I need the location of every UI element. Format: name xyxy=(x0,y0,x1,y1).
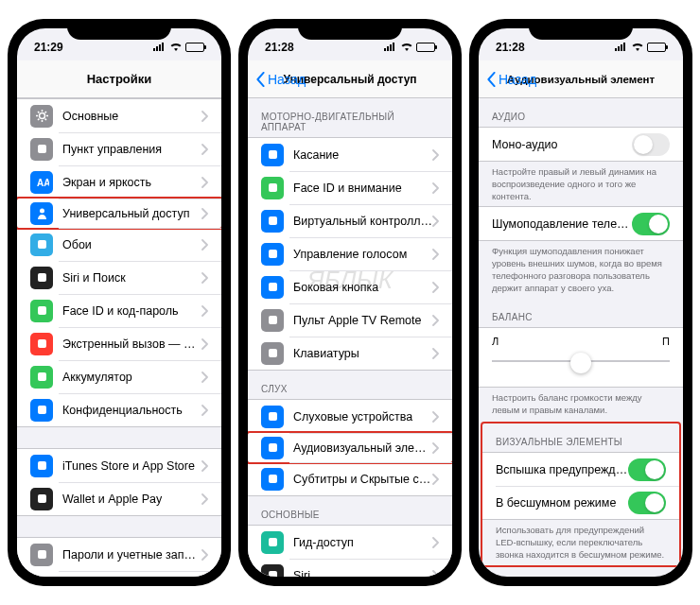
time: 21:29 xyxy=(34,41,63,54)
silent-mode-label: В бесшумном режиме xyxy=(496,496,628,510)
row-label: Универсальный доступ xyxy=(62,207,201,220)
balance-slider[interactable] xyxy=(492,347,670,375)
row-label: Управление голосом xyxy=(293,248,432,261)
svg-rect-5 xyxy=(38,145,46,153)
row-label: Слуховые устройства xyxy=(293,410,432,424)
svg-rect-2 xyxy=(159,44,161,51)
settings-row[interactable]: Клавиатуры xyxy=(248,337,452,370)
notch xyxy=(67,19,171,40)
wifi-icon xyxy=(631,41,644,54)
battery-icon xyxy=(185,43,204,52)
svg-rect-16 xyxy=(38,550,46,559)
settings-row[interactable]: Face ID и код-пароль xyxy=(17,294,221,327)
section-header: ОСНОВНЫЕ xyxy=(248,496,452,525)
cursor-icon xyxy=(261,210,284,233)
navbar: Назад Аудиовизуальный элемент xyxy=(479,60,683,98)
settings-row[interactable]: Почта xyxy=(17,571,221,577)
back-button[interactable]: Назад xyxy=(486,72,536,87)
signal-icon xyxy=(153,41,166,54)
settings-list[interactable]: ОсновныеПункт управленияAAЭкран и яркост… xyxy=(17,98,221,577)
svg-rect-34 xyxy=(269,538,277,546)
time: 21:28 xyxy=(496,41,525,54)
back-button[interactable]: Назад xyxy=(255,72,306,87)
guide-icon xyxy=(261,531,284,554)
svg-rect-22 xyxy=(390,44,392,51)
page-title: Настройки xyxy=(17,72,221,86)
silent-mode-row[interactable]: В бесшумном режиме xyxy=(482,486,679,519)
settings-row[interactable]: Виртуальный контроллер xyxy=(248,204,452,237)
touch-icon xyxy=(261,144,284,166)
settings-row[interactable]: Siri и Поиск xyxy=(17,261,221,294)
settings-row[interactable]: Аккумулятор xyxy=(17,360,221,393)
settings-row[interactable]: Управление голосом xyxy=(248,237,452,270)
accessibility-list[interactable]: МОТОРНО-ДВИГАТЕЛЬНЫЙ АППАРАТКасаниеFace … xyxy=(248,98,452,577)
keyboard-icon xyxy=(261,342,284,365)
settings-row[interactable]: Касание xyxy=(248,138,452,171)
svg-rect-15 xyxy=(38,494,46,503)
settings-row[interactable]: Пульт Apple TV Remote xyxy=(248,303,452,337)
siri-icon xyxy=(30,267,53,289)
phone-accessibility: ЯБЛЫК 21:28 Назад Универсальный доступ М… xyxy=(238,19,462,586)
svg-rect-24 xyxy=(269,150,277,159)
settings-row[interactable]: Пункт управления xyxy=(17,132,221,165)
chevron-icon xyxy=(432,348,439,359)
settings-row[interactable]: Face ID и внимание xyxy=(248,171,452,204)
mono-audio-row[interactable]: Моно-аудио xyxy=(479,128,683,161)
svg-rect-35 xyxy=(269,571,277,577)
noise-cancel-toggle[interactable] xyxy=(632,213,670,235)
chevron-icon xyxy=(432,411,439,423)
audiovisual-list[interactable]: АУДИО Моно-аудио Настройте правый и левы… xyxy=(479,98,683,577)
settings-row[interactable]: Субтитры и Скрытые субти xyxy=(248,462,452,495)
settings-row[interactable]: iTunes Store и App Store xyxy=(17,449,221,482)
flash-alerts-row[interactable]: Вспышка предупреждений xyxy=(482,453,679,486)
row-label: Аккумулятор xyxy=(62,371,201,384)
mail-icon xyxy=(30,577,53,578)
row-label: Конфиденциальность xyxy=(62,404,201,417)
balance-header: БАЛАНС xyxy=(479,299,683,327)
section-header: СЛУХ xyxy=(248,371,452,399)
mono-audio-label: Моно-аудио xyxy=(492,138,632,151)
row-label: Face ID и код-пароль xyxy=(62,304,201,318)
settings-row[interactable]: Обои xyxy=(17,228,221,261)
settings-row[interactable]: Универсальный доступ xyxy=(17,197,221,230)
visual-header: ВИЗУАЛЬНЫЕ ЭЛЕМЕНТЫ xyxy=(482,424,679,452)
navbar: Назад Универсальный доступ xyxy=(248,60,452,98)
navbar: Настройки xyxy=(17,60,221,98)
siri-icon xyxy=(261,564,284,578)
settings-row[interactable]: Siri xyxy=(248,559,452,577)
settings-row[interactable]: Слуховые устройства xyxy=(248,400,452,433)
flash-alerts-toggle[interactable] xyxy=(628,458,666,481)
svg-text:AA: AA xyxy=(37,178,49,188)
settings-row[interactable]: Гид-доступ xyxy=(248,526,452,559)
chevron-icon xyxy=(432,537,439,548)
settings-row[interactable]: AAЭкран и яркость xyxy=(17,165,221,199)
signal-icon xyxy=(615,41,628,54)
settings-row[interactable]: Аудиовизуальный элемент xyxy=(248,431,452,464)
phone-audiovisual: 21:28 Назад Аудиовизуальный элемент АУДИ… xyxy=(469,19,692,586)
balance-left-label: Л xyxy=(492,336,499,347)
appstore-icon xyxy=(30,455,53,477)
settings-row[interactable]: Боковая кнопка xyxy=(248,270,452,303)
settings-row[interactable]: Wallet и Apple Pay xyxy=(17,482,221,515)
chevron-icon xyxy=(432,474,439,485)
notch xyxy=(529,19,633,40)
chevron-icon xyxy=(432,570,439,578)
svg-rect-13 xyxy=(38,406,46,414)
svg-rect-23 xyxy=(393,43,394,51)
row-label: iTunes Store и App Store xyxy=(62,459,201,473)
silent-mode-toggle[interactable] xyxy=(628,492,666,514)
time: 21:28 xyxy=(265,41,294,54)
svg-rect-27 xyxy=(269,250,277,258)
svg-rect-39 xyxy=(621,44,622,51)
settings-row[interactable]: Пароли и учетные записи xyxy=(17,538,221,571)
chevron-icon xyxy=(201,405,208,416)
chevron-icon xyxy=(201,177,208,188)
battery-icon xyxy=(30,366,53,389)
mono-audio-toggle[interactable] xyxy=(632,133,670,156)
svg-rect-38 xyxy=(618,46,620,51)
settings-row[interactable]: Основные xyxy=(17,99,221,132)
chevron-icon xyxy=(201,208,208,219)
settings-row[interactable]: Конфиденциальность xyxy=(17,393,221,426)
noise-cancel-row[interactable]: Шумоподавление телефона xyxy=(479,207,683,240)
settings-row[interactable]: Экстренный вызов — SOS xyxy=(17,327,221,360)
